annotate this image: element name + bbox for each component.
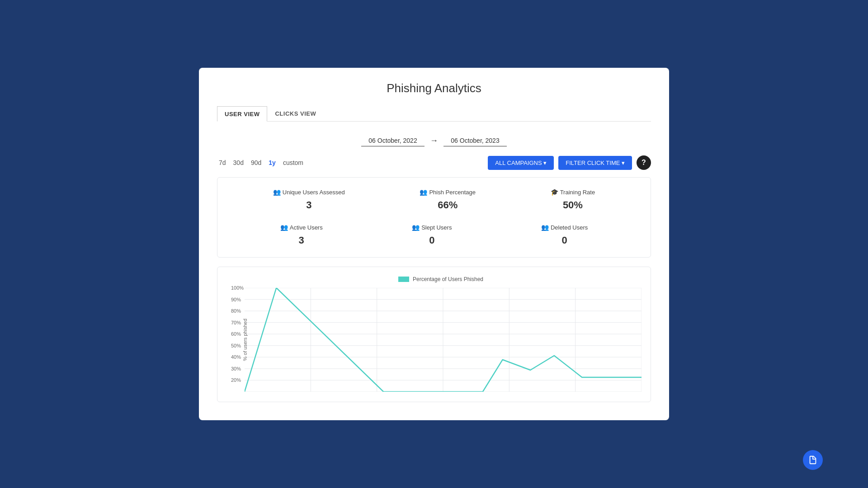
stat-active-users: 👥 Active Users 3 bbox=[280, 224, 323, 246]
training-icon: 🎓 bbox=[551, 188, 558, 196]
y-tick-50: 50% bbox=[231, 343, 241, 348]
legend-color-swatch bbox=[398, 277, 409, 282]
stat-training-rate-label: 🎓 Training Rate bbox=[551, 188, 595, 196]
stat-training-rate-value: 50% bbox=[551, 199, 595, 211]
stat-slept-users-label: 👥 Slept Users bbox=[412, 224, 452, 231]
tab-user-view[interactable]: USER VIEW bbox=[217, 106, 267, 122]
stat-unique-users-label: 👥 Unique Users Assessed bbox=[273, 188, 345, 196]
users-icon-1: 👥 bbox=[273, 188, 281, 196]
stats-card: 👥 Unique Users Assessed 3 👥 Phish Percen… bbox=[217, 177, 651, 258]
y-tick-30: 30% bbox=[231, 366, 241, 371]
users-icon-4: 👥 bbox=[412, 224, 420, 231]
y-axis-label: % of users phished bbox=[242, 319, 248, 361]
users-icon-3: 👥 bbox=[280, 224, 288, 231]
buttons-group: ALL CAMPAIGNS ▾ FILTER CLICK TIME ▾ ? bbox=[488, 155, 651, 170]
chart-legend-label: Percentage of Users Phished bbox=[413, 276, 483, 282]
y-tick-100: 100% bbox=[231, 285, 245, 291]
export-button[interactable] bbox=[803, 450, 823, 470]
y-tick-40: 40% bbox=[231, 354, 241, 360]
date-start-input[interactable] bbox=[361, 135, 425, 146]
tab-clicks-view[interactable]: CLICKS VIEW bbox=[267, 106, 324, 121]
controls-row: 7d 30d 90d 1y custom ALL CAMPAIGNS ▾ FIL… bbox=[217, 155, 651, 170]
stat-slept-users: 👥 Slept Users 0 bbox=[412, 224, 452, 246]
y-tick-20: 20% bbox=[231, 377, 241, 383]
stat-deleted-users-value: 0 bbox=[541, 235, 588, 246]
time-filter-7d[interactable]: 7d bbox=[217, 158, 228, 167]
stat-training-rate: 🎓 Training Rate 50% bbox=[551, 188, 595, 211]
chart-legend: Percentage of Users Phished bbox=[240, 276, 642, 282]
users-icon-5: 👥 bbox=[541, 224, 549, 231]
y-tick-60: 60% bbox=[231, 331, 241, 337]
date-end-input[interactable] bbox=[443, 135, 507, 146]
stats-grid-top: 👥 Unique Users Assessed 3 👥 Phish Percen… bbox=[236, 188, 632, 211]
export-icon bbox=[808, 455, 818, 465]
chart-container: Percentage of Users Phished % of users p… bbox=[217, 267, 651, 402]
stats-grid-bottom: 👥 Active Users 3 👥 Slept Users 0 👥 Delet… bbox=[236, 224, 632, 246]
y-tick-70: 70% bbox=[231, 320, 241, 325]
tabs-row: USER VIEW CLICKS VIEW bbox=[217, 106, 651, 122]
y-tick-80: 80% bbox=[231, 308, 241, 314]
stat-active-users-value: 3 bbox=[280, 235, 323, 246]
filter-click-time-button[interactable]: FILTER CLICK TIME ▾ bbox=[558, 156, 632, 170]
stat-phish-percentage-value: 66% bbox=[420, 199, 476, 211]
time-filter-custom[interactable]: custom bbox=[281, 158, 305, 167]
stat-active-users-label: 👥 Active Users bbox=[280, 224, 323, 231]
arrow-icon: → bbox=[430, 136, 438, 145]
stat-unique-users: 👥 Unique Users Assessed 3 bbox=[273, 188, 345, 211]
time-filter-1y[interactable]: 1y bbox=[267, 158, 278, 167]
all-campaigns-button[interactable]: ALL CAMPAIGNS ▾ bbox=[488, 156, 554, 170]
stat-deleted-users-label: 👥 Deleted Users bbox=[541, 224, 588, 231]
chart-svg bbox=[245, 288, 642, 392]
page-title: Phishing Analytics bbox=[217, 81, 651, 95]
help-button[interactable]: ? bbox=[637, 155, 651, 170]
time-filter-30d[interactable]: 30d bbox=[231, 158, 245, 167]
stat-deleted-users: 👥 Deleted Users 0 bbox=[541, 224, 588, 246]
date-range-row: → bbox=[217, 135, 651, 146]
main-container: Phishing Analytics USER VIEW CLICKS VIEW… bbox=[199, 68, 669, 420]
stat-phish-percentage-label: 👥 Phish Percentage bbox=[420, 188, 476, 196]
y-tick-90: 90% bbox=[231, 297, 241, 302]
time-filter-90d[interactable]: 90d bbox=[249, 158, 263, 167]
chart-area: % of users phished 100% 90% 80% 70% 60% … bbox=[245, 288, 642, 392]
stat-slept-users-value: 0 bbox=[412, 235, 452, 246]
stat-unique-users-value: 3 bbox=[273, 199, 345, 211]
users-icon-2: 👥 bbox=[420, 188, 427, 196]
stat-phish-percentage: 👥 Phish Percentage 66% bbox=[420, 188, 476, 211]
time-filters: 7d 30d 90d 1y custom bbox=[217, 158, 305, 167]
